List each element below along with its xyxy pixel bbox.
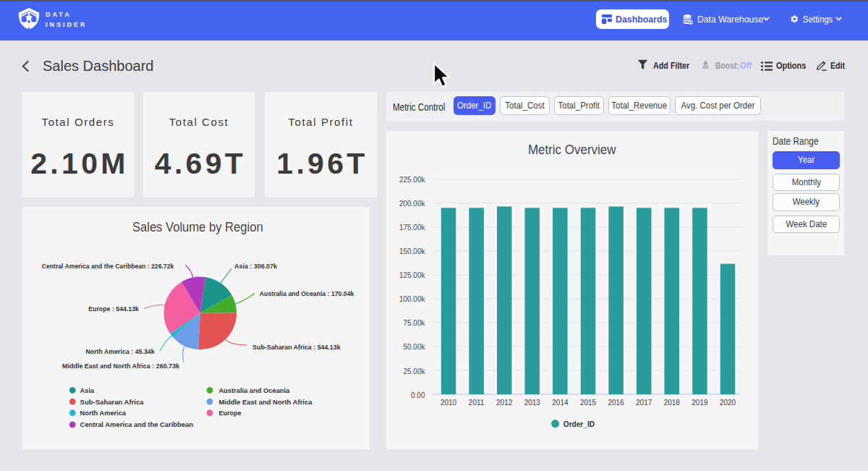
svg-text:2012: 2012: [496, 399, 513, 407]
svg-text:2013: 2013: [524, 399, 541, 407]
svg-text:Australia and Oceania : 170.04: Australia and Oceania : 170.04k: [260, 289, 354, 297]
svg-text:Central America and the Caribb: Central America and the Caribbean: [80, 420, 193, 428]
svg-text:Europe : 544.13k: Europe : 544.13k: [88, 305, 139, 313]
svg-text:150.00k: 150.00k: [399, 247, 426, 255]
svg-text:Middle East and North Africa: Middle East and North Africa: [218, 398, 312, 406]
svg-text:2014: 2014: [552, 399, 569, 407]
svg-text:Asia : 306.07k: Asia : 306.07k: [234, 262, 278, 270]
svg-text:25.00k: 25.00k: [403, 368, 425, 375]
svg-text:Central America and the Caribb: Central America and the Caribbean : 226.…: [42, 262, 174, 270]
svg-text:175.00k: 175.00k: [399, 224, 426, 232]
svg-text:North America : 45.34k: North America : 45.34k: [85, 347, 155, 355]
svg-text:Sub-Saharan Africa: Sub-Saharan Africa: [80, 398, 145, 406]
svg-text:100.00k: 100.00k: [399, 295, 426, 303]
svg-text:Order_ID: Order_ID: [563, 420, 595, 428]
svg-text:Australia and Oceania: Australia and Oceania: [218, 386, 289, 394]
svg-text:Europe: Europe: [218, 409, 242, 417]
svg-text:0.00: 0.00: [411, 391, 425, 399]
svg-text:2017: 2017: [636, 399, 652, 407]
svg-text:2015: 2015: [580, 399, 597, 407]
svg-text:2016: 2016: [608, 399, 624, 407]
svg-text:North America: North America: [80, 409, 127, 417]
svg-text:2019: 2019: [692, 399, 708, 407]
svg-text:2018: 2018: [664, 399, 681, 407]
svg-text:50.00k: 50.00k: [403, 343, 425, 351]
svg-text:225.00k: 225.00k: [399, 176, 426, 184]
svg-text:Sub-Saharan Africa : 544.13k: Sub-Saharan Africa : 544.13k: [252, 343, 341, 351]
svg-text:2011: 2011: [469, 399, 485, 407]
svg-text:125.00k: 125.00k: [399, 271, 426, 279]
svg-text:75.00k: 75.00k: [403, 319, 425, 327]
svg-text:200.00k: 200.00k: [399, 200, 426, 208]
svg-text:Asia: Asia: [80, 386, 95, 394]
svg-text:2020: 2020: [720, 399, 736, 407]
svg-text:2010: 2010: [441, 399, 457, 407]
svg-text:Middle East and North Africa :: Middle East and North Africa : 260.73k: [62, 362, 179, 370]
